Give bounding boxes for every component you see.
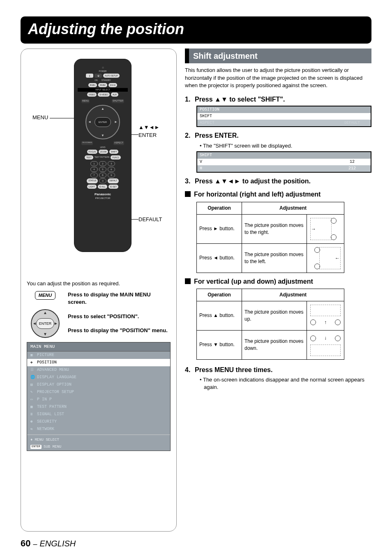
callout-default: DEFAULT — [138, 216, 162, 223]
status-button[interactable]: STATUS — [87, 178, 98, 183]
onscreen-button[interactable]: ON SCREEN — [81, 141, 93, 145]
table-row: Press ◄ button.The picture position move… — [197, 243, 344, 273]
table-row: Press ▲ button.The picture position move… — [197, 301, 344, 330]
menu-button[interactable]: MENU — [81, 99, 90, 103]
menu-chip: MENU — [35, 291, 55, 300]
osd-item: ⇆NETWORK — [27, 426, 170, 433]
osd-item: ✎PROJECTOR SETUP — [27, 388, 170, 396]
idall-button[interactable]: ID ALL — [98, 185, 107, 189]
instr-step-b: Press to select "POSITION". — [68, 313, 171, 320]
rgb2-button[interactable]: RGB2 — [98, 83, 107, 87]
svideo-button[interactable]: S-VIDEO — [98, 92, 110, 97]
test-button[interactable]: TEST — [85, 155, 93, 160]
shift-values-table: SHIFT V12H212 — [196, 151, 371, 173]
subhead-horizontal: For horizontal (right and left) adjustme… — [185, 190, 371, 199]
section-intro: This function allows the user to adjust … — [185, 67, 371, 89]
power-on-button[interactable]: ❙ — [86, 74, 93, 78]
default-button[interactable]: DEFALT — [108, 178, 119, 183]
subhead-vertical: For vertical (up and down) adjustment — [185, 277, 371, 286]
callout-enter: ▲▼◄► ENTER — [138, 124, 159, 139]
remote-diagram: MENU ▲▼◄► ENTER DEFAULT POWER ❙ ⏻ AUTO S… — [27, 55, 171, 277]
table-row: V12 — [197, 159, 371, 165]
step-1: 1.Press ▲▼ to select "SHIFT". — [185, 95, 371, 104]
osd-item: ▦TEST PATTERN — [27, 403, 170, 411]
left-panel: MENU ▲▼◄► ENTER DEFAULT POWER ❙ ⏻ AUTO S… — [21, 49, 177, 532]
osd-main-menu: MAIN MENU ▣PICTURE✥POSITION☰ADVANCED MEN… — [27, 342, 171, 451]
table-row: ASPECTDEFAULT — [197, 120, 371, 126]
left-intro: You can adjust the position as required. — [27, 280, 171, 287]
osd-item: ▣PICTURE — [27, 352, 170, 359]
table-row: Press ▼ button.The picture position move… — [197, 330, 344, 359]
dvid-button[interactable]: DVI-D — [108, 83, 118, 87]
instr-step-a: Press to display the MAIN MENU screen. — [68, 291, 171, 306]
table-row: H212 — [197, 165, 371, 172]
osd-item: 🌐DISPLAY LANGUAGE — [27, 374, 170, 381]
enter-disc-graphic: ▲▼◄► ENTER — [31, 309, 60, 338]
focus-button[interactable]: FOCUS — [87, 150, 98, 154]
aspect-button[interactable]: ASPECT — [113, 141, 124, 145]
rgb1-button[interactable]: RGB1 — [88, 83, 97, 87]
table-row: POSITION — [197, 106, 371, 113]
osd-item: ✽SECURITY — [27, 418, 170, 426]
aux-button[interactable]: AUX — [111, 92, 118, 97]
section-title: Shift adjustment — [185, 49, 371, 63]
vertical-table: OperationAdjustment Press ▲ button.The p… — [196, 289, 344, 360]
func1-button[interactable]: FUNC1 — [111, 155, 121, 160]
osd-item: ▭P IN P — [27, 396, 170, 403]
remote-body: POWER ❙ ⏻ AUTO SETUP ONSTANDBY RGB1 RGB2… — [74, 59, 131, 252]
osd-item: ✥POSITION — [27, 359, 170, 366]
page-footer: 60 – ENGLISH — [21, 537, 371, 550]
osd-item: ☰ADVANCED MENU — [27, 366, 170, 374]
step-2-sub: The "SHIFT" screen will be displayed. — [200, 142, 371, 150]
shift-select-table: POSITIONSHIFTASPECTDEFAULT — [196, 106, 371, 127]
table-row: Press ► button.The picture position move… — [197, 214, 344, 243]
step-4: 4.Press MENU three times. — [185, 365, 371, 375]
horizontal-table: OperationAdjustment Press ► button.The p… — [196, 202, 344, 273]
callout-menu: MENU — [32, 114, 48, 121]
step-2: 2.Press ENTER. — [185, 131, 371, 140]
step-3: 3.Press ▲▼◄► to adjust the position. — [185, 177, 371, 186]
osd-item: ▤DISPLAY OPTION — [27, 381, 170, 388]
shift-button[interactable]: SHIFT — [109, 150, 118, 154]
auto-setup-button[interactable]: AUTO SETUP — [103, 74, 120, 78]
shutter-button[interactable]: SHUTTER — [112, 99, 124, 103]
instr-step-c: Press to display the "POSITION" menu. — [68, 327, 171, 334]
enter-button[interactable]: ENTER — [95, 117, 111, 127]
zoom-button[interactable]: ZOOM — [99, 150, 108, 154]
light-button[interactable]: LIGHT — [87, 185, 97, 189]
idset-button[interactable]: ID SET — [108, 185, 118, 189]
osd-item: ≣SIGNAL LIST — [27, 411, 170, 418]
page-title: Adjusting the position — [21, 16, 371, 44]
table-row: SHIFT — [197, 113, 371, 120]
step-4-sub: The on-screen indications disappear and … — [200, 376, 371, 391]
video-button[interactable]: VIDEO — [87, 92, 97, 97]
standby-button[interactable]: ⏻ — [95, 74, 102, 78]
osd-footer-2: ENTERSUB MENU — [27, 444, 170, 451]
dpad[interactable]: ▲▼ ◄► ENTER — [85, 105, 120, 139]
osd-footer-1: ♦MENU SELECT — [27, 437, 170, 444]
osd-title: MAIN MENU — [27, 342, 170, 352]
